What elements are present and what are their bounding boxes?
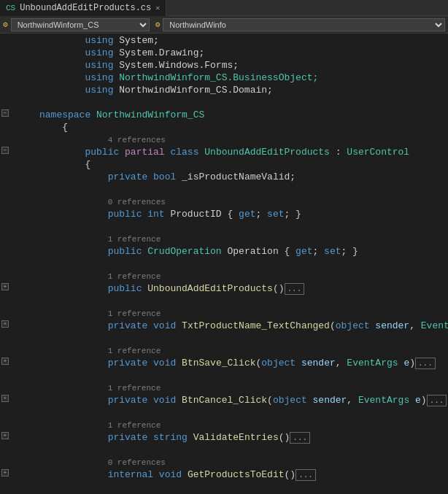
tab-close-button[interactable]: ✕: [155, 4, 160, 12]
line-code: private string ValidateEntries()...: [36, 432, 448, 444]
collapsed-indicator[interactable]: ...: [415, 358, 436, 369]
code-token: [147, 320, 153, 331]
code-line: public int ProductID { get; set; }: [0, 209, 448, 221]
code-line: using NorthwindWinform_CS.Domain;: [0, 85, 448, 97]
line-code: public partial class UnboundAddEditProdu…: [36, 147, 448, 158]
code-line: + private void BtnCancel_Click(object se…: [0, 395, 448, 407]
line-code: 1 reference: [36, 308, 448, 319]
code-token: ): [421, 395, 427, 406]
member-dropdown[interactable]: NorthwindWinfo: [163, 18, 445, 31]
code-token: internal: [108, 469, 153, 480]
code-token: UnboundAddEditProducts: [204, 147, 330, 158]
line-code: private void TxtProductName_TextChanged(…: [36, 320, 448, 332]
tab-label: UnboundAddEditProducts.cs: [20, 3, 151, 13]
code-token: ; }: [285, 209, 301, 220]
expand-button[interactable]: +: [1, 469, 9, 476]
code-token: e: [415, 395, 421, 406]
expand-button[interactable]: +: [1, 320, 9, 328]
line-code: 1 reference: [36, 271, 448, 282]
code-line: − public partial class UnboundAddEditPro…: [0, 147, 448, 159]
file-dropdown[interactable]: NorthwindWinform_CS: [11, 18, 150, 31]
code-token: using: [85, 35, 113, 46]
code-token: namespace: [39, 109, 90, 120]
code-token: sender: [375, 320, 409, 331]
line-code: 0 references: [36, 457, 448, 468]
fold-column: +: [0, 432, 10, 439]
code-token: 0 references: [108, 198, 166, 207]
code-token: [147, 358, 153, 368]
title-bar: CS UnboundAddEditProducts.cs ✕: [0, 0, 448, 16]
code-token: {: [85, 159, 90, 170]
line-code: private bool _isProductNameValid;: [36, 171, 448, 182]
code-token: GetProductsToEdit: [188, 469, 285, 480]
line-code: {: [36, 159, 448, 170]
line-code: 0 references: [36, 196, 448, 207]
code-line: [0, 296, 448, 308]
code-token: BtnSave_Click: [182, 358, 255, 368]
code-line: 0 references: [0, 196, 448, 209]
code-token: public: [108, 283, 142, 294]
collapsed-indicator[interactable]: ...: [285, 283, 305, 295]
code-line: {: [0, 122, 448, 134]
code-token: System.Drawing;: [113, 47, 204, 58]
code-line: 1 reference: [0, 382, 448, 395]
collapsed-indicator[interactable]: ...: [296, 469, 316, 481]
expand-button[interactable]: +: [1, 432, 9, 439]
code-token: ; }: [341, 246, 358, 257]
code-token: get: [239, 209, 255, 220]
line-margin: +: [0, 469, 36, 476]
code-line: using System.Windows.Forms;: [0, 60, 448, 72]
code-line: −namespace NorthwindWinform_CS: [0, 109, 448, 122]
expand-button[interactable]: +: [1, 283, 9, 290]
code-token: object: [336, 320, 370, 331]
code-token: [188, 432, 193, 443]
code-line: {: [0, 159, 448, 171]
collapse-button[interactable]: −: [1, 109, 9, 117]
code-line: [0, 444, 448, 457]
active-tab[interactable]: CS UnboundAddEditProducts.cs ✕: [0, 0, 166, 16]
line-margin: +: [0, 320, 36, 328]
code-token: private: [108, 320, 148, 331]
code-token: 1 reference: [108, 309, 161, 318]
code-token: private: [108, 358, 148, 368]
code-token: EventArgs: [358, 395, 409, 406]
code-token: ProductID {: [165, 209, 239, 220]
code-token: 1 reference: [108, 235, 161, 244]
code-token: 4 references: [108, 136, 166, 144]
code-token: set: [324, 246, 341, 257]
code-token: [176, 358, 182, 368]
code-token: public: [108, 246, 142, 257]
line-code: 4 references: [36, 134, 448, 145]
code-token: EventArgs: [347, 358, 398, 368]
code-token: sender: [301, 358, 336, 368]
code-line: public CrudOperation Operation { get; se…: [0, 246, 448, 258]
code-token: ;: [313, 246, 325, 257]
code-line: [0, 482, 448, 494]
line-code: private void BtnSave_Click(object sender…: [36, 358, 448, 369]
line-code: using System;: [36, 35, 448, 46]
collapsed-indicator[interactable]: ...: [427, 395, 447, 406]
code-token: using: [85, 72, 113, 83]
code-line: + internal void GetProductsToEdit()...: [0, 469, 448, 482]
code-token: UserControl: [347, 147, 409, 158]
code-line: [0, 333, 448, 345]
collapsed-indicator[interactable]: ...: [290, 432, 310, 444]
collapse-button[interactable]: −: [1, 147, 9, 154]
line-code: 1 reference: [36, 420, 448, 431]
code-token: void: [159, 469, 182, 480]
fold-column: +: [0, 469, 10, 476]
code-line: [0, 221, 448, 234]
code-token: class: [170, 147, 198, 158]
code-line: [0, 407, 448, 420]
expand-button[interactable]: +: [1, 395, 9, 402]
code-token: ,: [336, 358, 347, 368]
code-token: ): [409, 358, 415, 368]
code-token: (): [273, 283, 285, 294]
code-line: 1 reference: [0, 271, 448, 283]
code-token: [147, 171, 153, 182]
code-token: using: [85, 47, 113, 58]
code-token: BtnCancel_Click: [182, 395, 267, 406]
code-line: + public UnboundAddEditProducts()...: [0, 283, 448, 296]
file-icon: ⚙: [3, 20, 8, 29]
expand-button[interactable]: +: [1, 358, 9, 365]
